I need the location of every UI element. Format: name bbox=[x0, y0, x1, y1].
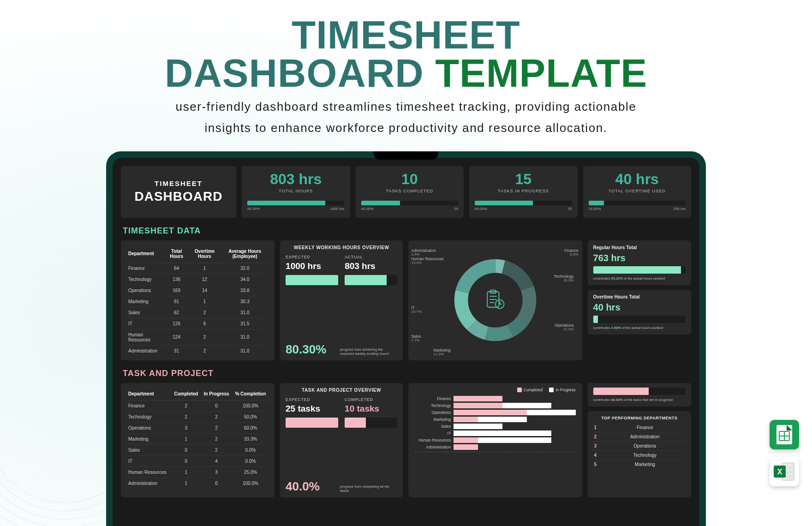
kpi-label: TASKS COMPLETED bbox=[361, 189, 459, 193]
tasks-bar-chart-card: Completed In Progress Finance Technology… bbox=[408, 383, 582, 497]
kpi-label: TOTAL HOURS bbox=[247, 189, 345, 193]
actual-label: ACTUAL bbox=[345, 255, 397, 259]
kpi-value: 803 hrs bbox=[247, 171, 345, 188]
donut-label: Technology16.9% bbox=[554, 275, 574, 283]
donut-chart-card: Administration3.9% Human Resources15.4% … bbox=[408, 240, 582, 360]
screen: TIMESHEET DASHBOARD 803 hrs TOTAL HOURS … bbox=[113, 158, 699, 526]
kpi-label: TASKS IN PROGRESS bbox=[475, 189, 572, 193]
kpi-card-2: 15 TASKS IN PROGRESS 60.00%25 bbox=[469, 166, 578, 218]
rank-row: 5Marketing bbox=[593, 460, 686, 469]
regular-hours-card: Regular Hours Total 763 hrs contributes … bbox=[588, 240, 691, 285]
excel-icon[interactable]: X bbox=[770, 457, 799, 486]
hero-title-line2a: Dashboard bbox=[165, 51, 424, 95]
hero-title-line1: Timesheet bbox=[0, 16, 812, 54]
bar-row: IT bbox=[415, 430, 575, 436]
regular-hours-title: Regular Hours Total bbox=[593, 245, 686, 250]
tasks-overview-title: TASK AND PROJECT OVERVIEW bbox=[286, 388, 397, 393]
rank-row: 2Administration bbox=[593, 432, 686, 442]
svg-text:X: X bbox=[777, 468, 782, 476]
table-row: Marketing1233.3% bbox=[126, 433, 269, 444]
kpi-label: TOTAL OVERTIME USED bbox=[589, 189, 686, 193]
hours-side-col: Regular Hours Total 763 hrs contributes … bbox=[588, 240, 691, 360]
top-departments-title: TOP PERFORMING DEPARTMENTS bbox=[593, 416, 686, 420]
col-header: Average Hours (Employee) bbox=[221, 245, 269, 263]
completed-tasks-value: 10 tasks bbox=[345, 404, 397, 414]
timesheet-heading: TIMESHEET DATA bbox=[123, 226, 691, 236]
col-header: Completed bbox=[171, 388, 201, 400]
kpi-value: 10 bbox=[361, 171, 459, 188]
bar-legend: Completed In Progress bbox=[415, 388, 575, 393]
laptop-bezel: TIMESHEET DASHBOARD 803 hrs TOTAL HOURS … bbox=[106, 151, 706, 526]
col-header: % Completion bbox=[232, 388, 269, 400]
hero-title: Timesheet Dashboard Template bbox=[0, 16, 812, 93]
col-header: Department bbox=[126, 388, 171, 400]
timesheet-row: DepartmentTotal HoursOvertime HoursAvera… bbox=[121, 240, 691, 360]
expected-value: 1000 hrs bbox=[286, 261, 338, 271]
table-row: Finance64132.0 bbox=[126, 263, 269, 274]
dashboard-title-big: DASHBOARD bbox=[126, 189, 231, 204]
hero: Timesheet Dashboard Template user-friend… bbox=[0, 0, 812, 136]
table-row: Technology2250.0% bbox=[126, 411, 269, 422]
bar-row: Human Resources bbox=[415, 437, 575, 443]
overtime-hours-note: contributes 4.98% of the actual hours wo… bbox=[593, 326, 686, 330]
tasks-row: DepartmentCompletedIn Progress% Completi… bbox=[121, 383, 691, 497]
bar-row: Administration bbox=[415, 444, 575, 450]
bar-row: Finance bbox=[415, 396, 575, 401]
donut-label: Operations21.0% bbox=[555, 323, 574, 332]
table-row: Human Resources124231.0 bbox=[126, 329, 269, 345]
tasks-heading: TASK AND PROJECT bbox=[123, 369, 691, 378]
top-departments-card: TOP PERFORMING DEPARTMENTS 1Finance2Admi… bbox=[588, 411, 691, 497]
actual-value: 803 hrs bbox=[345, 261, 397, 271]
tasks-side-col: contributes 60.00% of the tasks that are… bbox=[588, 383, 691, 497]
weekly-pct: 80.30% bbox=[286, 342, 326, 357]
overtime-hours-card: Overtime Hours Total 40 hrs contributes … bbox=[588, 290, 691, 335]
table-row: Administration10100.0% bbox=[126, 478, 269, 489]
rank-row: 1Finance bbox=[593, 423, 686, 432]
dashboard-title-small: TIMESHEET bbox=[126, 179, 231, 187]
table-row: Finance20100.0% bbox=[126, 400, 269, 411]
table-row: Technology1361234.0 bbox=[126, 274, 269, 285]
legend-completed: Completed bbox=[517, 388, 543, 393]
tasks-pct-note: progress from completing all the tasks! bbox=[340, 484, 397, 493]
tasks-table: DepartmentCompletedIn Progress% Completi… bbox=[121, 383, 275, 497]
rank-row: 4Technology bbox=[593, 451, 686, 460]
timesheet-table: DepartmentTotal HoursOvertime HoursAvera… bbox=[121, 240, 275, 360]
expected-label: EXPECTED bbox=[286, 255, 338, 259]
bar-row: Marketing bbox=[415, 417, 575, 422]
table-row: IT040.0% bbox=[126, 455, 269, 466]
hero-sub1: user-friendly dashboard streamlines time… bbox=[0, 99, 812, 114]
table-row: Operations1691433.8 bbox=[126, 285, 269, 296]
table-row: Administration31231.0 bbox=[126, 345, 269, 356]
laptop-notch bbox=[374, 151, 438, 160]
donut-label: Sales7.7% bbox=[411, 335, 421, 343]
google-sheets-icon[interactable] bbox=[770, 420, 799, 449]
expected-tasks-value: 25 tasks bbox=[286, 404, 338, 414]
donut-label: Administration3.9% bbox=[411, 249, 436, 257]
bar-row: Technology bbox=[415, 403, 575, 408]
col-header: In Progress bbox=[201, 388, 232, 400]
kpi-card-0: 803 hrs TOTAL HOURS 80.30%1000 hrs bbox=[242, 166, 350, 218]
table-row: Operations3260.0% bbox=[126, 422, 269, 433]
weekly-overview-title: WEEKLY WORKING HOURS OVERVIEW bbox=[286, 245, 397, 250]
rank-row: 3Operations bbox=[593, 442, 686, 451]
regular-hours-value: 763 hrs bbox=[593, 253, 686, 263]
app-badges: X bbox=[770, 420, 799, 486]
hero-title-line2b: Template bbox=[435, 51, 647, 95]
table-row: Human Resources1325.0% bbox=[126, 466, 269, 478]
donut-label: IT15.7% bbox=[411, 306, 422, 314]
clipboard-clock-icon bbox=[483, 287, 508, 314]
table-row: IT126631.5 bbox=[126, 318, 269, 329]
top-row: TIMESHEET DASHBOARD 803 hrs TOTAL HOURS … bbox=[121, 166, 691, 218]
col-header: Total Hours bbox=[165, 245, 189, 263]
kpi-card-1: 10 TASKS COMPLETED 40.00%25 bbox=[356, 166, 464, 218]
legend-inprogress: In Progress bbox=[549, 388, 575, 393]
regular-hours-note: contributes 95.02% of the actual hours w… bbox=[593, 276, 686, 281]
overtime-hours-title: Overtime Hours Total bbox=[593, 294, 686, 299]
tasks-progress-card: contributes 60.00% of the tasks that are… bbox=[588, 383, 691, 406]
hero-sub2: insights to enhance workforce productivi… bbox=[0, 120, 812, 136]
donut-label: Marketing11.3% bbox=[433, 348, 450, 357]
table-row: Sales020.0% bbox=[126, 444, 269, 455]
bar-row: Operations bbox=[415, 410, 575, 415]
completed-tasks-label: COMPLETED bbox=[345, 397, 397, 402]
col-header: Department bbox=[126, 245, 165, 263]
